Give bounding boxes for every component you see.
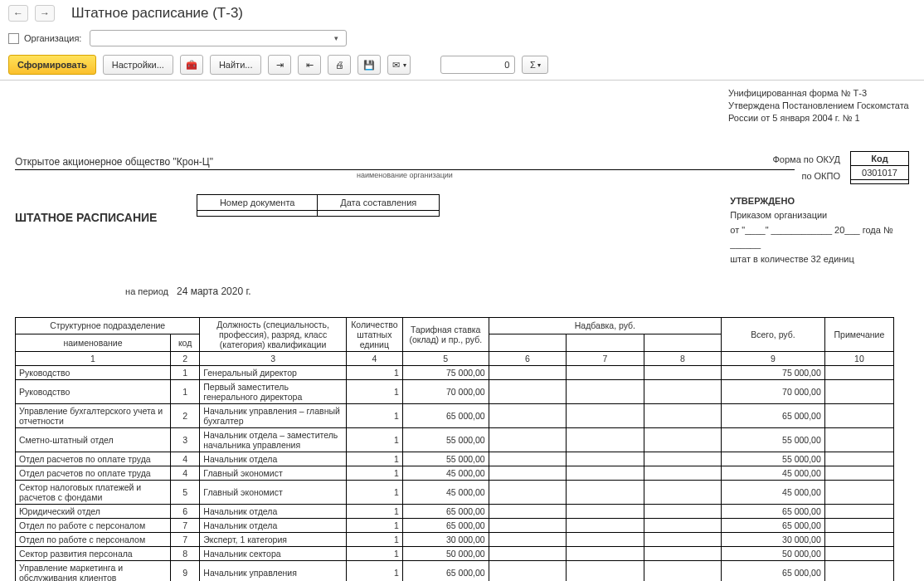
period-value: 24 марта 2020 г. <box>177 286 251 297</box>
colnum: 10 <box>824 351 893 365</box>
cell-qty: 1 <box>346 480 402 504</box>
cell-rate: 70 000,00 <box>402 379 489 403</box>
cell-add2 <box>567 480 644 504</box>
collapse-button[interactable]: ⇤ <box>298 55 321 75</box>
cell-rate: 65 000,00 <box>402 504 489 518</box>
sliders-icon: 🧰 <box>186 60 197 71</box>
cell-rate: 45 000,00 <box>402 466 489 480</box>
th-name: наименование <box>16 334 171 352</box>
cell-add1 <box>489 379 566 403</box>
sigma-button[interactable]: Σ▾ <box>522 56 548 74</box>
approved-line: от "____" ____________ 20___ года № ____… <box>730 223 909 252</box>
cell-add3 <box>644 480 721 504</box>
expand-button[interactable]: ⇥ <box>268 55 291 75</box>
org-label: Организация: <box>24 33 81 43</box>
generate-button[interactable]: Сформировать <box>8 55 96 75</box>
org-select[interactable]: ▾ <box>90 30 347 46</box>
cell-name: Юридический отдел <box>16 504 171 518</box>
forward-button[interactable]: → <box>35 5 55 22</box>
cell-add3 <box>644 546 721 560</box>
cell-add3 <box>644 365 721 379</box>
print-button[interactable]: 🖨 <box>328 55 351 75</box>
cell-add3 <box>644 403 721 427</box>
find-button[interactable]: Найти... <box>210 55 262 75</box>
okpo-value <box>851 179 909 183</box>
settings-button[interactable]: Настройки... <box>103 55 173 75</box>
cell-add2 <box>567 379 644 403</box>
cell-add1 <box>489 466 566 480</box>
cell-name: Руководство <box>16 379 171 403</box>
cell-code: 4 <box>170 466 199 480</box>
document-title: ШТАТНОЕ РАСПИСАНИЕ <box>15 211 197 224</box>
cell-note <box>824 452 893 466</box>
form-meta: Унифицированная форма № Т-3 Утверждена П… <box>728 87 909 124</box>
cell-position: Эксперт, 1 категория <box>200 532 347 546</box>
cell-total: 70 000,00 <box>722 379 825 403</box>
cell-name: Отдел по работе с персоналом <box>16 532 171 546</box>
cell-add3 <box>644 532 721 546</box>
form-meta-line: Утверждена Постановлением Госкомстата <box>728 100 909 112</box>
cell-code: 6 <box>170 504 199 518</box>
sum-field[interactable]: 0 <box>440 56 515 74</box>
settings-label: Настройки... <box>112 60 164 70</box>
cell-note <box>824 532 893 546</box>
cell-add1 <box>489 532 566 546</box>
back-button[interactable]: ← <box>8 5 28 22</box>
th-struct: Структурное подразделение <box>16 317 200 334</box>
mail-button[interactable]: ✉▾ <box>387 55 411 75</box>
table-row: Сектор развития персонала8Начальник сект… <box>16 546 894 560</box>
form-meta-line: Унифицированная форма № Т-3 <box>728 87 909 100</box>
cell-name: Сметно-штатный отдел <box>16 427 171 452</box>
approved-block: УТВЕРЖДЕНО Приказом организации от "____… <box>730 194 909 267</box>
cell-total: 65 000,00 <box>722 560 825 581</box>
cell-rate: 55 000,00 <box>402 452 489 466</box>
table-row: Отдел расчетов по оплате труда4Главный э… <box>16 466 894 480</box>
cell-qty: 1 <box>346 466 402 480</box>
cell-note <box>824 546 893 560</box>
cell-qty: 1 <box>346 560 402 581</box>
chevron-down-icon: ▾ <box>334 34 343 42</box>
cell-rate: 55 000,00 <box>402 427 489 452</box>
th-note: Примечание <box>824 317 893 351</box>
code-header: Код <box>851 151 909 165</box>
th-add1 <box>489 334 566 352</box>
cell-qty: 1 <box>346 504 402 518</box>
cell-total: 30 000,00 <box>722 532 825 546</box>
cell-add3 <box>644 504 721 518</box>
org-checkbox[interactable] <box>8 33 19 44</box>
cell-add3 <box>644 560 721 581</box>
cell-code: 1 <box>170 379 199 403</box>
cell-name: Управление маркетинга и обслуживания кли… <box>16 560 171 581</box>
cell-add2 <box>567 427 644 452</box>
cell-name: Сектор развития персонала <box>16 546 171 560</box>
colnum: 8 <box>644 351 721 365</box>
cell-add2 <box>567 403 644 427</box>
cell-code: 2 <box>170 403 199 427</box>
cell-add1 <box>489 480 566 504</box>
cell-note <box>824 379 893 403</box>
staffing-table: Структурное подразделение Должность (спе… <box>15 317 894 582</box>
cell-total: 75 000,00 <box>722 365 825 379</box>
doc-date-header: Дата составления <box>318 194 440 210</box>
chevron-down-icon: ▾ <box>537 61 541 69</box>
cell-add1 <box>489 365 566 379</box>
cell-add2 <box>567 560 644 581</box>
settings-variants-button[interactable]: 🧰 <box>180 55 203 75</box>
cell-qty: 1 <box>346 365 402 379</box>
cell-note <box>824 403 893 427</box>
cell-add1 <box>489 403 566 427</box>
cell-total: 65 000,00 <box>722 518 825 532</box>
cell-code: 1 <box>170 365 199 379</box>
colnum: 1 <box>16 351 171 365</box>
cell-add2 <box>567 546 644 560</box>
table-row: Управление маркетинга и обслуживания кли… <box>16 560 894 581</box>
doc-num-header: Номер документа <box>197 194 318 210</box>
save-button[interactable]: 💾 <box>357 55 381 75</box>
th-total: Всего, руб. <box>722 317 825 351</box>
colnum: 2 <box>170 351 199 365</box>
table-row: Юридический отдел6Начальник отдела165 00… <box>16 504 894 518</box>
cell-name: Отдел по работе с персоналом <box>16 518 171 532</box>
cell-add2 <box>567 504 644 518</box>
table-row: Отдел расчетов по оплате труда4Начальник… <box>16 452 894 466</box>
cell-name: Отдел расчетов по оплате труда <box>16 452 171 466</box>
